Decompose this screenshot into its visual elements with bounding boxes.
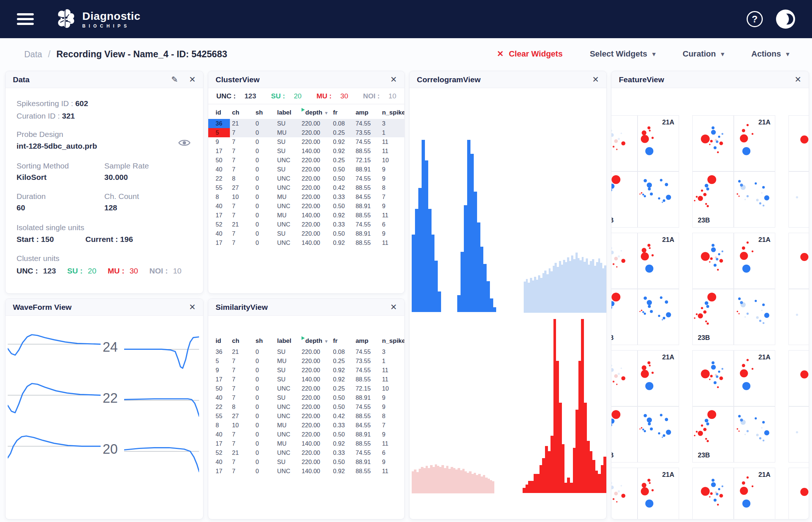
feature-scatter-cell[interactable]: 23B	[611, 406, 638, 463]
table-row[interactable]: 8100MU220.000.3384.557	[208, 421, 404, 430]
feature-scatter-cell[interactable]: 23B	[692, 289, 734, 345]
column-header-n_spikes[interactable]: n_spikes	[380, 106, 404, 119]
table-row[interactable]: 4070SU220.000.5088.919	[208, 457, 404, 467]
table-row[interactable]: 55270UNC220.000.4288.558	[208, 412, 404, 421]
column-header-label[interactable]: label	[275, 106, 300, 119]
feature-scatter-cell[interactable]	[692, 350, 734, 406]
feature-scatter-cell[interactable]: 21A	[638, 350, 679, 406]
column-header-fr[interactable]: fr	[331, 334, 353, 347]
table-row[interactable]: 1770UNC140.000.9288.5511	[208, 238, 404, 247]
feature-scatter-cell[interactable]: 23B	[692, 171, 734, 228]
feature-scatter-cell[interactable]	[611, 115, 638, 171]
correlogramview-header[interactable]: CorrelogramView ✕	[409, 71, 606, 88]
table-row[interactable]: 570MU220.000.2573.551	[208, 128, 404, 137]
actions-dropdown[interactable]: Actions ▾	[751, 49, 789, 59]
column-header-fr[interactable]: fr	[331, 106, 353, 119]
data-widget-header[interactable]: Data ✎ ✕	[6, 71, 203, 88]
table-row[interactable]: 1770SU140.000.9288.5511	[208, 375, 404, 384]
feature-scatter-cell[interactable]	[692, 468, 734, 519]
table-row[interactable]: 4070SU220.000.5088.919	[208, 165, 404, 174]
feature-scatter-cell[interactable]	[788, 115, 809, 171]
feature-scatter-cell[interactable]: 23B	[611, 171, 638, 228]
feature-scatter-cell[interactable]: 21A	[638, 468, 679, 519]
table-row[interactable]: 5070UNC220.000.2572.1510	[208, 156, 404, 165]
feature-scatter-cell[interactable]	[611, 350, 638, 406]
table-row[interactable]: 36210SU220.000.0874.553	[208, 119, 404, 128]
clusterview-header[interactable]: ClusterView ✕	[208, 71, 404, 88]
feature-scatter-cell[interactable]	[611, 468, 638, 519]
table-row[interactable]: 52210UNC220.000.3374.556	[208, 448, 404, 457]
feature-scatter-cell[interactable]	[788, 350, 809, 406]
column-header-id[interactable]: id	[208, 106, 230, 119]
feature-scatter-cell[interactable]	[692, 233, 734, 289]
feature-scatter-cell[interactable]	[788, 468, 809, 519]
featureview-header[interactable]: FeatureView ✕	[611, 71, 809, 88]
close-icon[interactable]: ✕	[189, 76, 196, 84]
column-header-amp[interactable]: amp	[353, 334, 380, 347]
table-row[interactable]: 55270UNC220.000.4288.558	[208, 183, 404, 192]
close-icon[interactable]: ✕	[390, 303, 397, 311]
table-row[interactable]: 1770MU140.000.9288.5511	[208, 211, 404, 220]
clear-widgets-button[interactable]: ✕ Clear Widgets	[497, 49, 563, 59]
feature-scatter-cell[interactable]: 21A	[734, 115, 775, 171]
table-row[interactable]: 4070UNC220.000.5088.919	[208, 430, 404, 439]
column-header-label[interactable]: label	[275, 334, 300, 347]
close-icon[interactable]: ✕	[189, 303, 196, 311]
table-row[interactable]: 970SU220.000.9274.5511	[208, 366, 404, 375]
feature-scatter-cell[interactable]	[638, 289, 679, 345]
close-icon[interactable]: ✕	[390, 76, 397, 84]
table-row[interactable]: 1770MU140.000.9288.5511	[208, 439, 404, 448]
table-row[interactable]: 570MU220.000.2573.551	[208, 356, 404, 366]
feature-scatter-cell[interactable]: 21A	[734, 468, 775, 519]
table-row[interactable]: 52210UNC220.000.3374.556	[208, 220, 404, 229]
waveform-header[interactable]: WaveForm View ✕	[6, 299, 203, 316]
table-row[interactable]: 1770SU140.000.9288.5511	[208, 146, 404, 156]
similarityview-header[interactable]: SimilarityView ✕	[208, 299, 404, 316]
table-row[interactable]: 2280UNC220.000.5074.559	[208, 174, 404, 183]
column-header-sh[interactable]: sh	[253, 334, 275, 347]
table-row[interactable]: 1770UNC140.000.9288.5511	[208, 467, 404, 476]
curation-dropdown[interactable]: Curation ▾	[683, 49, 724, 59]
feature-scatter-cell[interactable]	[638, 171, 679, 228]
column-header-depth[interactable]: depth▼	[299, 334, 331, 347]
column-header-id[interactable]: id	[208, 334, 230, 347]
feature-scatter-cell[interactable]	[734, 406, 775, 463]
table-row[interactable]: 4070SU220.000.5088.919	[208, 229, 404, 238]
feature-scatter-cell[interactable]	[692, 115, 734, 171]
feature-scatter-cell[interactable]	[734, 289, 775, 345]
column-header-sh[interactable]: sh	[253, 106, 275, 119]
table-row[interactable]: 8100MU220.000.3384.557	[208, 192, 404, 202]
column-header-amp[interactable]: amp	[353, 106, 380, 119]
close-icon[interactable]: ✕	[592, 76, 599, 84]
dark-mode-toggle[interactable]	[776, 10, 795, 29]
table-row[interactable]: 4070SU220.000.5088.919	[208, 393, 404, 402]
table-row[interactable]: 4070UNC220.000.5088.919	[208, 202, 404, 211]
feature-scatter-cell[interactable]	[788, 171, 809, 228]
feature-scatter-cell[interactable]: 21A	[638, 233, 679, 289]
table-row[interactable]: 5070UNC220.000.2572.1510	[208, 384, 404, 393]
close-icon[interactable]: ✕	[795, 76, 801, 84]
breadcrumb-data-link[interactable]: Data	[24, 50, 42, 59]
feature-scatter-cell[interactable]: 21A	[638, 115, 679, 171]
feature-scatter-cell[interactable]	[734, 171, 775, 228]
table-row[interactable]: 970SU220.000.9274.5511	[208, 137, 404, 146]
help-icon[interactable]: ?	[747, 11, 763, 27]
select-widgets-dropdown[interactable]: Select Widgets ▾	[590, 49, 656, 59]
table-row[interactable]: 2280UNC220.000.5074.559	[208, 402, 404, 412]
feature-scatter-cell[interactable]: 23B	[611, 289, 638, 345]
feature-scatter-cell[interactable]	[638, 406, 679, 463]
feature-scatter-cell[interactable]	[611, 233, 638, 289]
table-row[interactable]: 36210SU220.000.0874.553	[208, 347, 404, 356]
menu-icon[interactable]	[17, 13, 34, 25]
column-header-depth[interactable]: depth▼	[299, 106, 331, 119]
feature-scatter-cell[interactable]: 21A	[734, 233, 775, 289]
feature-scatter-cell[interactable]: 23B	[692, 406, 734, 463]
feature-scatter-cell[interactable]	[788, 233, 809, 289]
feature-scatter-cell[interactable]: 21A	[734, 350, 775, 406]
feature-scatter-cell[interactable]	[788, 406, 809, 463]
column-header-ch[interactable]: ch	[230, 334, 253, 347]
column-header-n_spikes[interactable]: n_spikes	[380, 334, 404, 347]
edit-icon[interactable]: ✎	[171, 76, 178, 84]
eye-icon[interactable]	[178, 139, 191, 149]
feature-scatter-cell[interactable]	[788, 289, 809, 345]
